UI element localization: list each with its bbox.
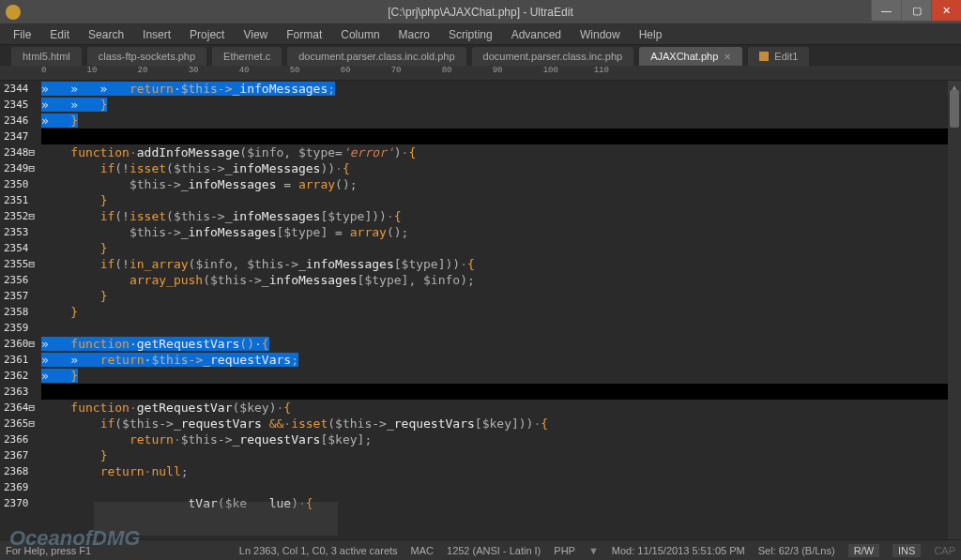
code-line[interactable]: » function·getRequestVars()·{ [41, 336, 961, 352]
status-selection: Sel: 62/3 (B/Lns) [758, 545, 835, 556]
tab-label: html5.html [23, 51, 70, 62]
status-capslock: CAP [934, 545, 955, 556]
file-icon [759, 52, 769, 61]
line-number: 2351 [4, 192, 41, 208]
line-number: 2347 [4, 129, 41, 144]
minimize-button[interactable]: — [871, 0, 901, 21]
code-line[interactable] [41, 129, 961, 144]
menu-scripting[interactable]: Scripting [439, 26, 502, 43]
code-line[interactable]: return·$this->_requestVars[$key]; [41, 431, 961, 447]
line-number: 2345 [4, 97, 41, 113]
code-line[interactable]: function·getRequestVar($key)·{ [41, 400, 961, 416]
window-controls: — ▢ ✕ [871, 0, 961, 21]
editor[interactable]: 23442345234623472348⊟2349⊟235023512352⊟2… [0, 81, 961, 539]
ruler-marks: 0 10 20 30 40 50 60 70 80 90 100 110 [41, 66, 609, 75]
menu-macro[interactable]: Macro [389, 26, 439, 43]
tab-class-ftp-sockets-php[interactable]: class-ftp-sockets.php [87, 47, 206, 66]
code-line[interactable]: array_push($this->_infoMessages[$type], … [41, 272, 961, 288]
code-line[interactable]: if(!isset($this->_infoMessages))·{ [41, 160, 961, 176]
line-number: 2348⊟ [4, 144, 41, 160]
menu-insert[interactable]: Insert [133, 26, 180, 43]
code-line[interactable]: } [41, 288, 961, 304]
code-line[interactable]: » } [41, 368, 961, 384]
line-number: 2359 [4, 320, 41, 336]
tab-label: Edit1 [774, 51, 798, 62]
status-language[interactable]: PHP [554, 545, 575, 556]
maximize-button[interactable]: ▢ [901, 0, 931, 21]
window-title: [C:\prj\php\AJAXChat.php] - UltraEdit [388, 6, 572, 19]
menu-format[interactable]: Format [277, 26, 331, 43]
close-button[interactable]: ✕ [931, 0, 961, 21]
code-line[interactable] [41, 320, 961, 336]
tab-document-parser-class-inc-php[interactable]: document.parser.class.inc.php [472, 47, 634, 66]
line-number: 2364⊟ [4, 400, 41, 416]
status-rw[interactable]: R/W [848, 544, 879, 557]
menu-column[interactable]: Column [331, 26, 389, 43]
line-number: 2370 [4, 495, 41, 511]
menu-view[interactable]: View [234, 26, 277, 43]
code-line[interactable]: } [41, 447, 961, 463]
code-line[interactable]: $this->_infoMessages[$type] = array(); [41, 224, 961, 240]
vertical-scrollbar[interactable]: ▲ [948, 81, 961, 539]
code-line[interactable]: » } [41, 113, 961, 129]
close-icon[interactable]: ✕ [724, 52, 731, 62]
line-number: 2350 [4, 176, 41, 192]
menu-edit[interactable]: Edit [40, 26, 79, 43]
tab-label: Ethernet.c [223, 51, 270, 62]
tab-ajaxchat-php[interactable]: AJAXChat.php✕ [639, 47, 742, 66]
app-icon [6, 5, 21, 20]
line-number: 2352⊟ [4, 208, 41, 224]
code-line[interactable]: $this->_infoMessages = array(); [41, 176, 961, 192]
menu-search[interactable]: Search [79, 26, 133, 43]
code-line[interactable]: return·null; [41, 463, 961, 479]
line-number: 2349⊟ [4, 160, 41, 176]
code-line[interactable]: } [41, 192, 961, 208]
code-line[interactable]: » » return·$this->_requestVars; [41, 352, 961, 368]
code-area[interactable]: » » » return·$this->_infoMessages;» » }»… [41, 81, 961, 539]
line-number: 2363 [4, 384, 41, 400]
line-number: 2365⊟ [4, 416, 41, 431]
status-help: For Help, press F1 [6, 545, 91, 556]
status-position: Ln 2363, Col 1, C0, 3 active carets [239, 545, 398, 556]
line-number: 2355⊟ [4, 256, 41, 272]
line-number: 2362 [4, 368, 41, 384]
code-line[interactable] [41, 479, 961, 495]
line-number: 2369 [4, 479, 41, 495]
tab-html5-html[interactable]: html5.html [11, 47, 82, 66]
status-lineending[interactable]: MAC [411, 545, 434, 556]
code-line[interactable]: if($this->_requestVars &&·isset($this->_… [41, 416, 961, 431]
line-number: 2346 [4, 113, 41, 129]
line-number: 2358 [4, 304, 41, 320]
code-line[interactable]: » » » return·$this->_infoMessages; [41, 81, 961, 97]
scroll-thumb[interactable] [950, 90, 959, 128]
tab-label: AJAXChat.php [650, 51, 718, 62]
line-number: 2357 [4, 288, 41, 304]
tab-label: class-ftp-sockets.php [99, 51, 195, 62]
menu-project[interactable]: Project [180, 26, 234, 43]
tab-ethernet-c[interactable]: Ethernet.c [212, 47, 282, 66]
code-line[interactable] [41, 384, 961, 400]
code-line[interactable]: } [41, 240, 961, 256]
menu-file[interactable]: File [4, 26, 40, 43]
code-line[interactable]: » » } [41, 97, 961, 113]
status-insert[interactable]: INS [892, 544, 921, 557]
tab-edit1[interactable]: Edit1 [748, 47, 809, 66]
code-line[interactable]: } [41, 304, 961, 320]
code-line[interactable]: if(!isset($this->_infoMessages[$type]))·… [41, 208, 961, 224]
menubar: FileEditSearchInsertProjectViewFormatCol… [0, 24, 961, 45]
menu-window[interactable]: Window [571, 26, 630, 43]
code-line[interactable]: function·addInfoMessage($info, $type='er… [41, 144, 961, 160]
menu-advanced[interactable]: Advanced [502, 26, 571, 43]
menu-help[interactable]: Help [630, 26, 672, 43]
line-number-gutter: 23442345234623472348⊟2349⊟235023512352⊟2… [0, 81, 41, 539]
tab-label: document.parser.class.inc.php [483, 51, 623, 62]
status-modified: Mod: 11/15/2013 5:51:05 PM [612, 545, 745, 556]
code-line[interactable]: if(!in_array($info, $this->_infoMessages… [41, 256, 961, 272]
status-encoding[interactable]: 1252 (ANSI - Latin I) [447, 545, 541, 556]
tab-document-parser-class-inc-old-php[interactable]: document.parser.class.inc.old.php [287, 47, 465, 66]
code-line[interactable]: tVar($ke lue)·{ [41, 495, 961, 511]
line-number: 2360⊟ [4, 336, 41, 352]
ruler: 0 10 20 30 40 50 60 70 80 90 100 110 [0, 66, 961, 81]
tab-label: document.parser.class.inc.old.php [298, 51, 454, 62]
line-number: 2368 [4, 463, 41, 479]
